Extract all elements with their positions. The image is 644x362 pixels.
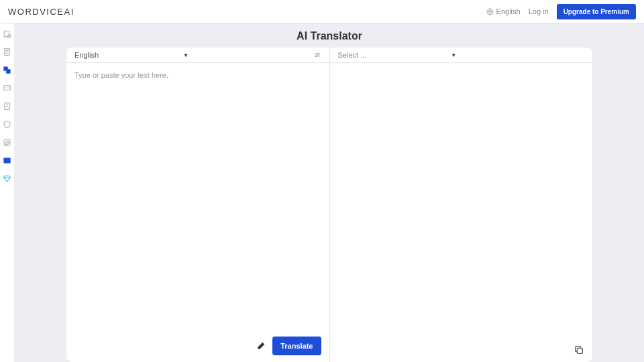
target-text-area [330,63,593,362]
sidebar-item-summarize[interactable] [3,101,12,111]
page-title: AI Translator [297,30,362,42]
sidebar-item-chat[interactable] [3,83,12,93]
target-column: Select ... ▼ [330,48,593,362]
translator-panel: English ▼ Type or paste your text here. … [66,48,592,362]
source-bottom-row: Translate [256,337,321,355]
sidebar [0,23,15,362]
svg-point-13 [8,87,9,88]
globe-icon [486,8,494,15]
source-lang-label: English [74,51,99,59]
svg-point-11 [5,87,6,88]
caret-down-icon: ▼ [451,52,456,58]
svg-point-12 [7,87,7,88]
sidebar-item-translator[interactable] [3,65,12,74]
source-lang-select[interactable]: English ▼ [74,51,189,59]
ui-language-label: English [496,7,521,15]
copy-icon[interactable] [574,345,584,355]
eraser-icon[interactable] [256,341,266,351]
ui-language-select[interactable]: English [486,7,521,15]
svg-rect-18 [4,158,11,163]
logo-main: WORDVICE [8,7,64,17]
translate-button[interactable]: Translate [272,337,321,355]
svg-rect-20 [577,348,582,353]
main: AI Translator English ▼ Type or paste yo… [15,23,644,362]
source-lang-bar: English ▼ [66,48,329,63]
swap-languages-icon[interactable] [313,51,321,59]
source-column: English ▼ Type or paste your text here. … [66,48,330,362]
source-placeholder: Type or paste your text here. [74,71,321,79]
sidebar-item-word[interactable] [3,156,12,165]
target-lang-label: Select ... [338,51,367,59]
body: AI Translator English ▼ Type or paste yo… [0,23,644,362]
sidebar-item-document[interactable] [3,47,12,56]
app-header: WORDVICEAI English Log in Upgrade to Pre… [0,0,644,23]
sidebar-item-premium[interactable] [3,174,12,183]
login-link[interactable]: Log in [529,7,549,15]
logo[interactable]: WORDVICEAI [8,7,74,17]
upgrade-button[interactable]: Upgrade to Premium [557,4,636,19]
source-text-area[interactable]: Type or paste your text here. [66,63,329,362]
logo-suffix: AI [64,7,74,17]
svg-rect-9 [6,69,10,73]
sidebar-item-plagiarism[interactable] [3,119,12,129]
sidebar-item-proofread[interactable] [3,29,12,38]
header-right: English Log in Upgrade to Premium [486,4,636,19]
sidebar-item-edit[interactable] [3,137,12,147]
caret-down-icon: ▼ [183,52,189,58]
svg-rect-2 [4,31,9,37]
target-lang-bar: Select ... ▼ [330,48,593,63]
target-bottom-row [574,345,584,355]
target-lang-select[interactable]: Select ... ▼ [338,51,457,59]
